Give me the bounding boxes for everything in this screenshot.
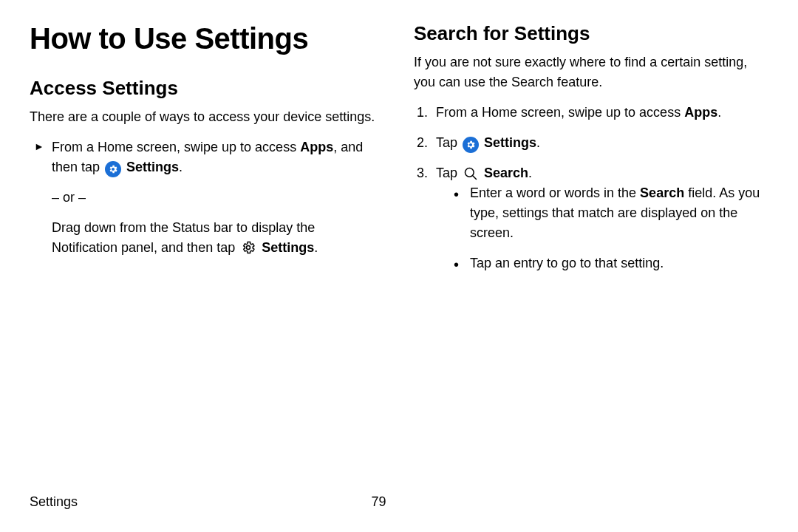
- access-intro: There are a couple of ways to access you…: [30, 107, 384, 127]
- search-step-1: From a Home screen, swipe up to access A…: [414, 103, 768, 123]
- svg-point-0: [247, 246, 250, 250]
- search-step-3: Tap Search. Enter a word or words in the…: [414, 163, 768, 273]
- footer-section: Settings: [30, 494, 78, 510]
- settings-label: Settings: [262, 240, 314, 255]
- text: Tap: [436, 166, 461, 180]
- access-step-1: ► From a Home screen, swipe up to access…: [30, 137, 384, 177]
- settings-icon: [105, 161, 121, 177]
- heading-search-settings: Search for Settings: [414, 22, 768, 45]
- text: From a Home screen, swipe up to access: [52, 140, 300, 154]
- search-label: Search: [484, 166, 528, 180]
- or-divider: – or –: [30, 188, 384, 208]
- text: .: [179, 160, 183, 174]
- text: Enter a word or words in the: [470, 185, 640, 200]
- text: .: [717, 105, 721, 120]
- page-footer: Settings 79: [30, 494, 768, 510]
- search-intro: If you are not sure exactly where to fin…: [414, 52, 768, 92]
- svg-line-2: [473, 176, 477, 180]
- text: .: [528, 166, 532, 180]
- search-bullet-1: Enter a word or words in the Search fiel…: [454, 183, 768, 243]
- search-field-label: Search: [640, 185, 684, 200]
- text: .: [314, 240, 318, 255]
- search-bullet-2: Tap an entry to go to that setting.: [454, 253, 768, 273]
- text: From a Home screen, swipe up to access: [436, 105, 684, 120]
- settings-icon: [463, 137, 479, 153]
- settings-label: Settings: [126, 160, 179, 174]
- footer-page-number: 79: [372, 494, 475, 510]
- apps-label: Apps: [684, 105, 717, 120]
- page-title: How to Use Settings: [30, 22, 384, 55]
- settings-outline-icon: [240, 239, 256, 256]
- search-icon: [463, 166, 479, 182]
- text: .: [536, 135, 540, 150]
- heading-access-settings: Access Settings: [30, 77, 384, 100]
- settings-label: Settings: [484, 135, 536, 150]
- search-step-2: Tap Settings.: [414, 133, 768, 153]
- apps-label: Apps: [300, 140, 333, 154]
- text: Tap: [436, 135, 461, 150]
- arrow-icon: ►: [34, 139, 44, 154]
- access-step-2: Drag down from the Status bar to display…: [30, 218, 384, 258]
